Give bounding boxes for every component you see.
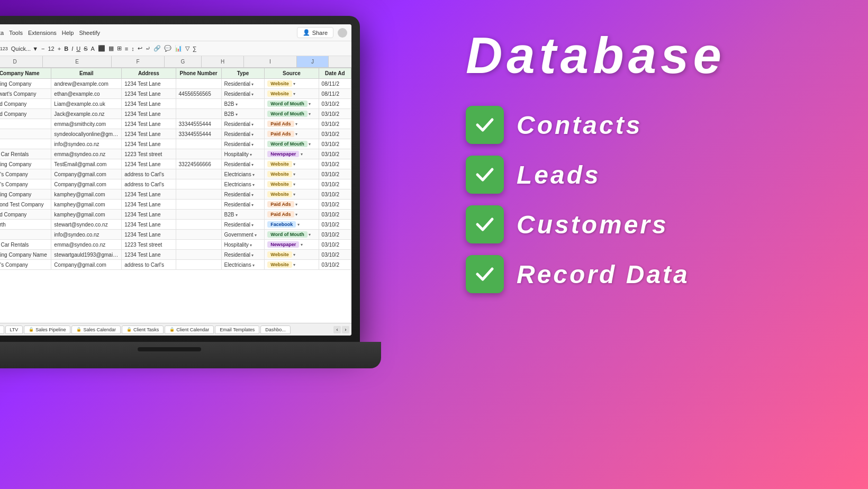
table-cell: 03/10/2 (319, 230, 351, 240)
menu-help[interactable]: Help (62, 30, 74, 36)
table-cell: 1234 Test Lane (122, 99, 176, 109)
feature-item-record-data: Record Data (466, 255, 836, 293)
tab-sales-calendar-label: Sales Calendar (83, 327, 116, 332)
menu-tools[interactable]: Tools (9, 30, 23, 36)
format-merge[interactable]: ⊞ (117, 45, 122, 52)
format-bold[interactable]: B (64, 46, 68, 52)
tab-ds[interactable]: ds (0, 325, 4, 334)
table-cell: Word of Mouth ▾ (265, 109, 319, 119)
table-cell (176, 139, 221, 149)
table-cell: Word of Mouth ▾ (265, 99, 319, 109)
menu-sheetify[interactable]: Sheetify (79, 30, 100, 36)
table-cell: 1223 Test street (122, 149, 176, 159)
checkmark-icon-record (473, 262, 496, 286)
format-wrap[interactable]: ↩ (138, 45, 142, 52)
menu-data[interactable]: Data (0, 30, 4, 36)
table-cell: 44556556565 (176, 89, 221, 99)
table-cell: Residential ▾ (221, 79, 265, 89)
format-borders[interactable]: ▦ (108, 45, 114, 52)
table-row: Sixt Car Rentalsemma@syndeo.co.nz1223 Te… (0, 240, 351, 250)
format-fontsize[interactable]: 12 (48, 46, 54, 52)
table-cell: 1234 Test Lane (122, 159, 176, 169)
table-cell: 1234 Test Lane (122, 139, 176, 149)
table-cell: kamphey@gmail.com (51, 200, 122, 210)
tab-bar: ds LTV 🔒Sales Pipeline 🔒Sales Calendar 🔒… (0, 323, 351, 336)
format-rotate[interactable]: ⤾ (146, 45, 150, 52)
format-fill[interactable]: ⬛ (98, 45, 105, 52)
share-button[interactable]: 👤 Share (297, 27, 333, 38)
table-cell: 33224566666 (176, 159, 221, 169)
tab-ltv[interactable]: LTV (5, 325, 23, 334)
table-cell: kamphey@gmail.com (51, 210, 122, 220)
table-cell: Testing Company (0, 159, 51, 169)
col-h: H (202, 56, 244, 67)
table-cell (176, 260, 221, 270)
table-cell: Fith (0, 230, 51, 240)
format-filter[interactable]: ▽ (185, 45, 189, 52)
format-align[interactable]: ≡ (125, 46, 128, 52)
th-address: Address (122, 68, 176, 79)
tab-email-templates[interactable]: Email Templates (215, 325, 259, 334)
table-cell: Company@gmail.com (51, 169, 122, 179)
table-cell: Third Company (0, 109, 51, 119)
table-cell: 03/10/2 (319, 169, 351, 179)
table-cell: 03/10/2 (319, 220, 351, 230)
table-row: Testing Companyandrew@example.com1234 Te… (0, 79, 351, 89)
table-cell: 1234 Test Lane (122, 129, 176, 139)
format-strike[interactable]: S (84, 46, 87, 52)
table-cell: emma@smithcity.com (51, 119, 122, 129)
format-chart[interactable]: 📊 (175, 45, 182, 52)
table-cell: 03/10/2 (319, 210, 351, 220)
format-comment[interactable]: 💬 (164, 45, 171, 52)
format-quick[interactable]: Quick... ▼ (11, 46, 38, 52)
feature-label-customers: Customers (517, 210, 668, 239)
tab-dashbo[interactable]: Dashbo... (260, 325, 291, 334)
table-cell: 33344555444 (176, 129, 221, 139)
format-minus[interactable]: − (41, 46, 44, 52)
feature-label-contacts: Contacts (517, 111, 642, 140)
table-cell: Fith (0, 139, 51, 149)
check-box-contacts (466, 106, 504, 144)
table-cell (176, 230, 221, 240)
table-cell: 08/11/2 (319, 89, 351, 99)
table-cell: 03/10/2 (319, 149, 351, 159)
database-title: Database (466, 26, 836, 85)
table-cell: Website ▾ (265, 159, 319, 169)
tab-sales-calendar[interactable]: 🔒Sales Calendar (71, 325, 121, 334)
table-cell (176, 210, 221, 220)
table-cell: Testing Company (0, 189, 51, 200)
format-valign[interactable]: ↕ (131, 46, 134, 52)
table-cell: 03/10/2 (319, 260, 351, 270)
table-cell: stewart@syndeo.co.nz (51, 220, 122, 230)
format-plus[interactable]: + (58, 46, 61, 52)
table-row: Testing Companykamphey@gmail.com1234 Tes… (0, 189, 351, 200)
table-cell: 1223 Test street (122, 240, 176, 250)
table-cell: address to Carl's (122, 179, 176, 189)
prev-tab-arrow[interactable]: ‹ (333, 326, 341, 333)
table-cell: Second Test Company (0, 200, 51, 210)
table-cell (176, 149, 221, 159)
table-cell: address to Carl's (122, 260, 176, 270)
next-tab-arrow[interactable]: › (342, 326, 349, 333)
table-cell: Third Company (0, 210, 51, 220)
tab-sales-pipeline[interactable]: 🔒Sales Pipeline (24, 325, 70, 334)
format-underline[interactable]: U (76, 46, 80, 52)
table-cell: emma@syndeo.co.nz (51, 240, 122, 250)
table-cell: Word of Mouth ▾ (265, 230, 319, 240)
table-cell: Website ▾ (265, 179, 319, 189)
format-color[interactable]: A (91, 46, 94, 52)
table-cell: Paid Ads ▾ (265, 119, 319, 129)
table-cell: 03/10/2 (319, 179, 351, 189)
check-box-customers (466, 205, 504, 243)
format-link[interactable]: 🔗 (153, 45, 161, 52)
share-icon: 👤 (303, 29, 310, 36)
right-panel: Database Contacts Leads C (466, 26, 836, 293)
format-italic[interactable]: I (71, 46, 73, 52)
table-cell: Sixt Car Rentals (0, 149, 51, 159)
col-d: D (0, 56, 43, 67)
tab-client-tasks[interactable]: 🔒Client Tasks (122, 325, 164, 334)
tab-nav-arrows: ‹ › (333, 326, 349, 333)
format-function[interactable]: ∑ (193, 46, 197, 52)
menu-extensions[interactable]: Extensions (28, 30, 57, 36)
tab-client-calendar[interactable]: 🔒Client Calendar (165, 325, 214, 334)
